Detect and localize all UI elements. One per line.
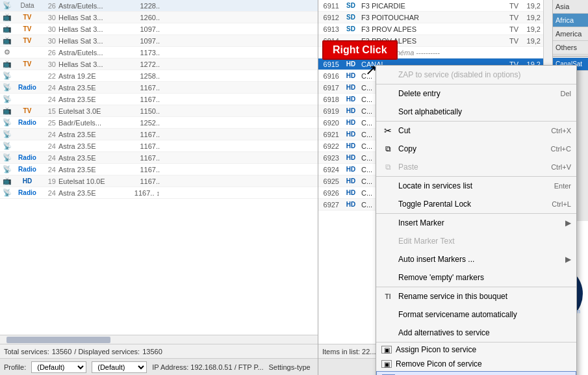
ctx-delete[interactable]: Delete entry Del	[376, 84, 576, 103]
category-africa[interactable]: Africa	[553, 14, 588, 27]
ctx-zap-label: ZAP to service (disabled in options)	[398, 70, 571, 79]
row-num: 6917	[318, 84, 342, 92]
col-freq: 1252..	[130, 119, 162, 127]
ctx-alternatives-label: Add alternatives to service	[398, 328, 571, 337]
col-type: Radio	[14, 189, 40, 196]
bouquet-row[interactable]: 6911 SD F3 PICARDIE TV 19,2	[318, 0, 543, 12]
table-row[interactable]: 📺 TV 15 Eutelsat 3.0E 1150..	[0, 105, 318, 117]
ctx-alternatives[interactable]: Add alternatives to service	[376, 324, 576, 342]
row-type: HD	[342, 72, 360, 79]
col-freq: 1167..	[130, 84, 162, 92]
ctx-remove-picon-label: Remove Picon of service	[396, 359, 571, 369]
col-sat: Astra 23.5E	[58, 131, 130, 138]
row-name: F3 PROV ALPES	[360, 25, 504, 33]
col-freq: 1150..	[130, 107, 162, 115]
row-type: HD	[342, 96, 360, 103]
ctx-sort[interactable]: Sort alphabetically	[376, 103, 576, 121]
default-select[interactable]: (Default)	[92, 361, 147, 373]
table-row[interactable]: 📡 24 Astra 23.5E 1167..	[0, 129, 318, 140]
tv-icon: 📺	[0, 177, 14, 185]
ctx-paste-label: Paste	[398, 162, 546, 172]
row-name: F3 POITOUCHAR	[360, 14, 504, 21]
ctx-insert-marker-icon	[381, 216, 394, 229]
table-row[interactable]: 📺 TV 30 Hellas Sat 3... 1260..	[0, 12, 318, 23]
context-menu: ZAP to service (disabled in options) Del…	[376, 65, 577, 375]
ctx-assign-picon-label: Assign Picon to service	[396, 345, 571, 354]
category-america[interactable]: America	[553, 27, 588, 41]
ctx-assign-picon-icon: ▣	[381, 346, 392, 354]
ctx-locate[interactable]: Locate in services list Enter	[376, 176, 576, 195]
row-num: 6920	[318, 119, 342, 127]
col-freq: 1167..	[130, 131, 162, 138]
col-type: Data	[14, 2, 40, 9]
ctx-insert-marker-arrow: ▶	[565, 218, 571, 227]
ctx-cut[interactable]: ✂ Cut Ctrl+X	[376, 121, 576, 140]
col-type: HD	[14, 177, 40, 185]
col-sat: Eutelsat 3.0E	[58, 107, 130, 115]
table-row[interactable]: 📺 TV 30 Hellas Sat 3... 1097..	[0, 35, 318, 47]
table-row[interactable]: 📡 Radio 24 Astra 23.5E 1167..	[0, 152, 318, 164]
channel-table: 📡 Data 26 Astra/Eutels... 1228.. 📺 TV 30…	[0, 0, 318, 335]
signal-icon: 📡	[0, 142, 14, 150]
row-num: 6926	[318, 189, 342, 197]
col-type: TV	[14, 60, 40, 68]
table-row[interactable]: 📡 24 Astra 23.5E 1167..	[0, 94, 318, 105]
ctx-copy[interactable]: ⧉ Copy Ctrl+C	[376, 140, 576, 158]
ctx-auto-insert[interactable]: Auto insert Markers ... ▶	[376, 250, 576, 268]
col-sat: Astra/Eutels...	[58, 2, 130, 10]
table-row[interactable]: 📺 TV 30 Hellas Sat 3... 1097..	[0, 23, 318, 35]
scrollbar-thumb[interactable]	[6, 337, 110, 343]
ctx-rename[interactable]: TI Rename service in this bouquet	[376, 287, 576, 305]
category-asia[interactable]: Asia	[553, 0, 588, 14]
col-freq: 1167..	[130, 96, 162, 103]
table-row[interactable]: 📺 HD 19 Eutelsat 10.0E 1167..	[0, 175, 318, 187]
ctx-insert-marker[interactable]: Insert Marker ▶	[376, 213, 576, 232]
bouquet-row[interactable]: 6912 SD F3 POITOUCHAR TV 19,2	[318, 12, 543, 23]
row-num: 6925	[318, 177, 342, 185]
ctx-format[interactable]: Format servicename automatically	[376, 305, 576, 324]
table-row[interactable]: 📡 Radio 24 Astra 23.5E 1167..	[0, 82, 318, 94]
ctx-remove-empty[interactable]: Remove 'empty' markers	[376, 268, 576, 287]
ctx-paste[interactable]: ⧉ Paste Ctrl+V	[376, 158, 576, 176]
col-num: 24	[40, 154, 58, 162]
table-row[interactable]: 📡 22 Astra 19.2E 1258..	[0, 70, 318, 82]
tv-icon: 📺	[0, 36, 14, 45]
row-type: SD	[342, 14, 360, 21]
col-sat: Hellas Sat 3...	[58, 25, 130, 33]
col-sat: Astra 23.5E	[58, 154, 130, 162]
col-freq: 1167..	[130, 166, 162, 174]
row-type: HD	[342, 119, 360, 126]
ctx-copy-ref[interactable]: ref Copy service reference to clipboard	[376, 371, 576, 375]
col-num: 30	[40, 25, 58, 33]
table-row[interactable]: 📡 Data 26 Astra/Eutels... 1228..	[0, 0, 318, 12]
table-row[interactable]: ⚙ 26 Astra/Eutels... 1173..	[0, 47, 318, 58]
table-row[interactable]: 📺 TV 30 Hellas Sat 3... 1272..	[0, 58, 318, 70]
col-num: 26	[40, 2, 58, 10]
col-type: Radio	[14, 84, 40, 91]
table-row[interactable]: 📡 Radio 24 Astra 23.5E 1167.. ↕	[0, 187, 318, 199]
col-sat: Eutelsat 10.0E	[58, 177, 130, 185]
ctx-assign-picon[interactable]: ▣ Assign Picon to service	[376, 342, 576, 357]
ctx-copy-label: Copy	[398, 144, 546, 153]
col-type: TV	[14, 107, 40, 114]
row-type: HD	[342, 84, 360, 91]
profile-select[interactable]: (Default)	[31, 361, 86, 373]
category-others[interactable]: Others	[553, 41, 588, 55]
ctx-auto-insert-arrow: ▶	[565, 255, 571, 264]
signal-icon: 📡	[0, 165, 14, 174]
col-num: 24	[40, 96, 58, 103]
row-num: 6927	[318, 201, 342, 209]
ctx-zap[interactable]: ZAP to service (disabled in options)	[376, 66, 576, 84]
ctx-parental[interactable]: Toggle Parental Lock Ctrl+L	[376, 195, 576, 213]
bouquet-row[interactable]: 6913 SD F3 PROV ALPES TV 19,2	[318, 23, 543, 35]
table-row[interactable]: 📡 Radio 25 Badr/Eutels... 1252..	[0, 117, 318, 129]
horizontal-scrollbar[interactable]	[0, 335, 318, 344]
table-row[interactable]: 📡 Radio 24 Astra 23.5E 1167..	[0, 164, 318, 175]
table-row[interactable]: 📡 24 Astra 23.5E 1167..	[0, 140, 318, 152]
ctx-remove-picon[interactable]: ▣ Remove Picon of service	[376, 357, 576, 371]
ctx-parental-icon	[381, 198, 394, 211]
ctx-edit-marker[interactable]: Edit Marker Text	[376, 232, 576, 250]
signal-icon: 📡	[0, 153, 14, 162]
col-sat: Badr/Eutels...	[58, 119, 130, 127]
col-sat: Astra 23.5E	[58, 166, 130, 174]
